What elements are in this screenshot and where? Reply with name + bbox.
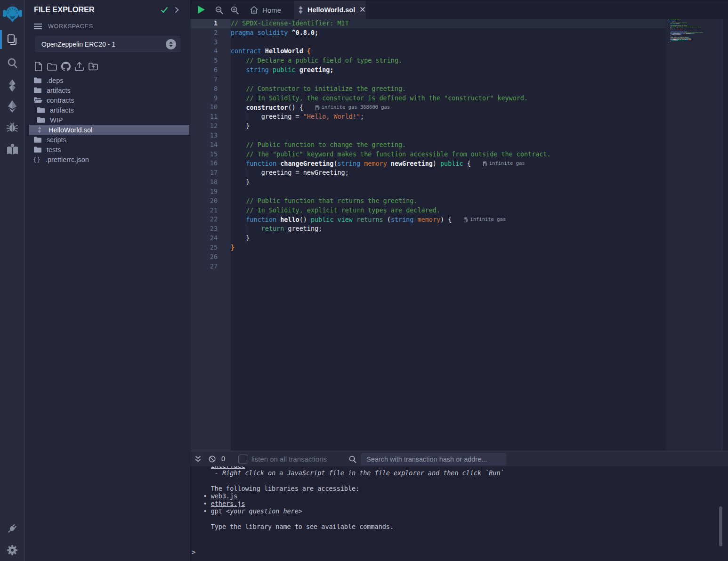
code-line-25: } — [231, 243, 235, 252]
code-line-11: greeting = "Hello, World!"; — [231, 112, 364, 122]
terminal-search-icon — [349, 455, 356, 465]
code-line-8: // Constructor to initialize the greetin… — [231, 84, 406, 94]
zoom-out-icon[interactable] — [215, 6, 223, 16]
tree-item-scripts[interactable]: scripts — [25, 135, 190, 145]
line-number: 15 — [190, 150, 218, 159]
terminal-link[interactable]: interface — [211, 466, 245, 469]
code-line-22: function hello() public view returns (st… — [231, 215, 506, 225]
terminal-clear-icon[interactable] — [209, 455, 216, 464]
tree-item--deps[interactable]: .deps — [25, 75, 190, 85]
line-number: 9 — [190, 94, 218, 103]
code-line-18: } — [231, 178, 250, 187]
editor-body[interactable]: 1234567891011121314151617181920212223242… — [190, 19, 728, 451]
tree-item-wip[interactable]: WIP — [25, 115, 190, 125]
check-icon[interactable] — [161, 7, 168, 15]
code-line-12: } — [231, 122, 250, 131]
chevron-right-icon[interactable] — [175, 7, 179, 15]
editor-tab-bar: Home HelloWorld.sol — [190, 0, 728, 19]
minimap[interactable] — [668, 19, 722, 75]
code-line-20: // Public function that returns the gree… — [231, 196, 417, 206]
listen-transactions-checkbox[interactable] — [238, 455, 248, 464]
code-line-24: } — [231, 234, 250, 243]
tree-item-artifacts[interactable]: artifacts — [25, 105, 190, 115]
deploy-run-icon[interactable] — [0, 100, 24, 113]
tree-item-label: tests — [47, 146, 61, 154]
hamburger-menu-icon[interactable] — [34, 23, 42, 30]
folder-icon — [37, 107, 45, 113]
code-line-4: contract HelloWorld { — [231, 47, 311, 56]
github-icon[interactable] — [61, 61, 71, 72]
tab-helloworld[interactable]: HelloWorld.sol — [294, 1, 366, 19]
tab-close-icon[interactable] — [360, 6, 365, 14]
line-number: 23 — [190, 224, 218, 234]
terminal-line: • ethers.js — [203, 500, 504, 508]
code-line-14: // Public function to change the greetin… — [231, 140, 406, 150]
line-number: 6 — [190, 65, 218, 75]
terminal-bar: 0 listen on all transactions — [190, 451, 728, 466]
folder-open-icon — [34, 97, 42, 103]
solidity-compiler-icon[interactable] — [0, 79, 24, 92]
tab-home[interactable]: Home — [250, 1, 300, 19]
new-folder-icon[interactable] — [47, 61, 57, 72]
line-number: 17 — [190, 168, 218, 178]
solidity-file-icon — [298, 6, 304, 14]
settings-gear-icon[interactable] — [0, 544, 24, 556]
tree-item--prettierrc-json[interactable]: {}.prettierrc.json — [25, 154, 190, 164]
tree-item-tests[interactable]: tests — [25, 145, 190, 154]
terminal-link[interactable]: web3.js — [211, 493, 238, 500]
terminal-line: interface — [203, 466, 504, 470]
code-line-16: function changeGreeting(string memory ne… — [231, 159, 525, 169]
learneth-icon[interactable] — [0, 143, 24, 155]
indent-guide — [246, 168, 246, 178]
solidity-icon — [37, 126, 42, 133]
zoom-in-icon[interactable] — [230, 6, 239, 16]
indent-guide — [246, 122, 246, 131]
debugger-icon[interactable] — [0, 122, 24, 133]
code-line-6: string public greeting; — [231, 65, 333, 75]
home-icon — [250, 6, 258, 14]
gas-estimate-widget: infinite gas — [483, 159, 525, 168]
terminal-panel: 0 listen on all transactions interface -… — [190, 451, 728, 561]
folder-icon — [34, 137, 41, 143]
code-line-2: pragma solidity ^0.8.0; — [231, 28, 318, 38]
terminal-expand-icon[interactable] — [195, 455, 201, 464]
code-line-21: // In Solidity, explicit return types ar… — [231, 206, 440, 215]
gas-estimate-widget: infinite gas 368600 gas — [315, 103, 390, 112]
line-number: 18 — [190, 178, 218, 187]
terminal-line: The following libraries are accessible: — [203, 485, 504, 493]
plugin-manager-icon[interactable] — [0, 522, 24, 535]
terminal-line: • gpt <your question here> — [203, 508, 504, 515]
upload-folder-icon[interactable] — [88, 61, 98, 72]
file-explorer-icon[interactable] — [0, 34, 24, 46]
indent-guide — [246, 112, 246, 122]
tree-item-artifacts[interactable]: artifacts — [25, 85, 190, 95]
code-line-17: greeting = newGreeting; — [231, 168, 349, 178]
line-number: 8 — [190, 84, 218, 94]
indent-guide — [246, 234, 246, 243]
tree-item-helloworld-sol[interactable]: HelloWorld.sol — [25, 125, 190, 135]
run-script-button[interactable] — [197, 5, 209, 16]
terminal-search-input[interactable] — [361, 453, 506, 465]
line-number: 4 — [190, 47, 218, 56]
code-line-1: // SPDX-License-Identifier: MIT — [231, 19, 349, 28]
tree-item-label: WIP — [50, 116, 63, 124]
line-number: 2 — [190, 28, 218, 38]
terminal-link[interactable]: ethers.js — [211, 500, 245, 507]
terminal-scrollbar-thumb[interactable] — [719, 506, 722, 546]
minimap-column — [665, 19, 722, 451]
activity-bar — [0, 0, 25, 561]
terminal-content[interactable]: interface - Right click on a JavaScript … — [190, 466, 728, 561]
new-file-icon[interactable] — [33, 61, 43, 72]
workspace-select-arrows-icon — [166, 39, 176, 49]
tree-item-label: artifacts — [50, 106, 74, 114]
tree-item-label: HelloWorld.sol — [49, 126, 92, 134]
tree-item-contracts[interactable]: contracts — [25, 95, 190, 105]
overview-ruler[interactable] — [722, 19, 728, 451]
tree-item-label: contracts — [47, 97, 74, 104]
search-icon[interactable] — [0, 57, 24, 69]
upload-file-icon[interactable] — [74, 61, 84, 72]
workspace-select[interactable]: OpenZeppelin ERC20 - 1 — [35, 36, 180, 52]
line-number: 12 — [190, 122, 218, 131]
panel-title: FILE EXPLORER — [34, 5, 95, 14]
line-number: 22 — [190, 215, 218, 224]
